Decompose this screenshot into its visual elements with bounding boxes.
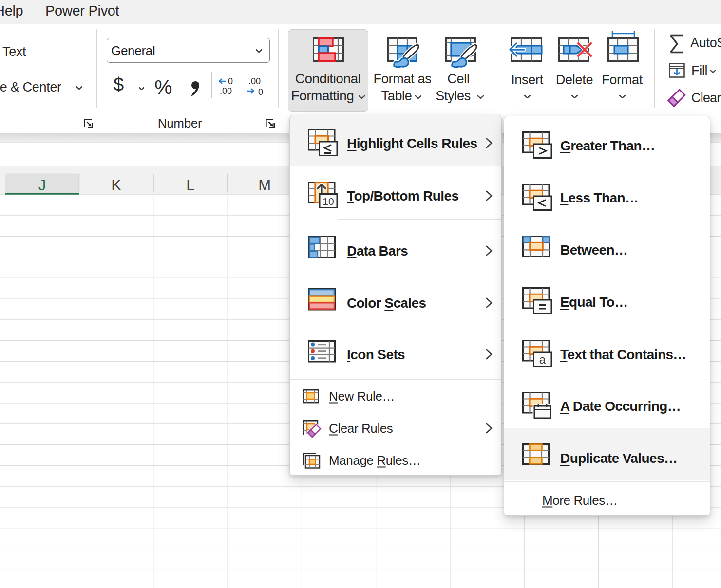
svg-text:0: 0 (258, 87, 263, 97)
svg-text:.00: .00 (248, 77, 261, 86)
svg-text:0: 0 (228, 77, 233, 86)
svg-text:K: K (111, 177, 121, 194)
svg-text:.00: .00 (220, 86, 232, 96)
svg-text:M: M (258, 177, 271, 194)
svg-text:10: 10 (323, 195, 334, 206)
svg-text:J: J (38, 177, 46, 194)
svg-text:L: L (186, 177, 194, 194)
svg-text:a: a (539, 353, 546, 366)
